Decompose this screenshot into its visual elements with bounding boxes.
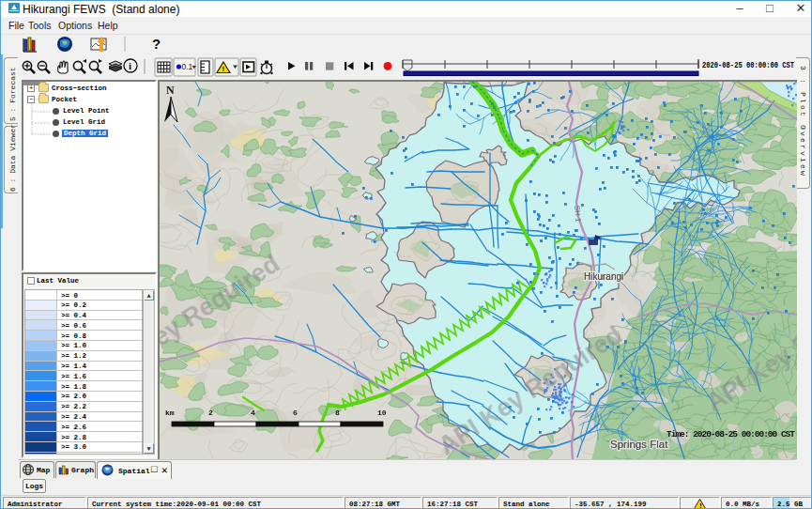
svg-text:!: ! (698, 501, 703, 509)
svg-text:Time: 2020-08-25 00:00:00 CST: Time: 2020-08-25 00:00:00 CST (666, 429, 795, 440)
svg-text:km: km (165, 409, 175, 417)
svg-text:Springs Flat: Springs Flat (610, 439, 668, 450)
svg-text:2: 2 (208, 409, 213, 417)
svg-text:N: N (166, 84, 175, 97)
svg-text:4: 4 (251, 409, 255, 417)
svg-text:10: 10 (377, 409, 387, 417)
svg-text:8: 8 (335, 409, 340, 417)
svg-text:Hikurangi: Hikurangi (584, 271, 623, 282)
svg-text:!: ! (222, 65, 225, 73)
svg-text:0.1: 0.1 (182, 62, 193, 71)
svg-text:6: 6 (293, 409, 298, 417)
svg-text:i: i (129, 60, 131, 71)
svg-text:SH 1: SH 1 (573, 205, 583, 223)
